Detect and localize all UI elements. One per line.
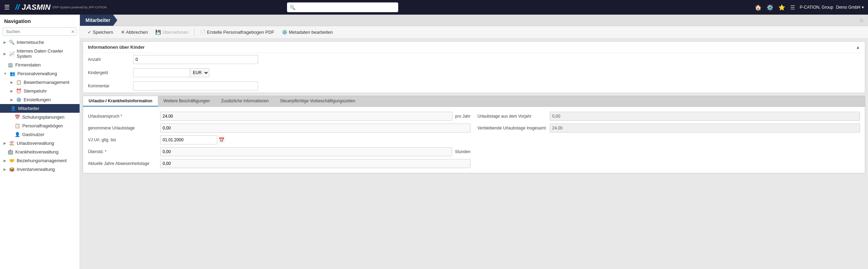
- sidebar-label: Firmendaten: [15, 62, 41, 68]
- sidebar-item-urlaubsverwaltung[interactable]: ▶ 🏖️ Urlaubsverwaltung: [0, 139, 80, 148]
- save-button[interactable]: ✓ Speichern: [84, 28, 117, 36]
- sidebar-item-crawler[interactable]: ▶ 📈 Internes Daten Crawler System: [0, 47, 80, 61]
- page-title: Mitarbeiter: [80, 15, 117, 26]
- sidebar-item-firmendaten[interactable]: 🏢 Firmendaten: [0, 61, 80, 69]
- internetsuche-icon: 🔍: [9, 40, 15, 45]
- user-menu[interactable]: P-CATION, Group Demo GmbH ▾: [800, 5, 864, 10]
- sidebar-item-schulungsplanungen[interactable]: 📅 Schulungsplanungen: [0, 113, 80, 121]
- bookmark-icon[interactable]: ☆: [859, 17, 868, 24]
- kindergeld-field: EUR USD GBP: [133, 68, 209, 77]
- tab-urlaub-grid: Urlaubsanspruch * pro Jahr genommene Url…: [88, 110, 860, 169]
- sidebar-item-personalverwaltung[interactable]: ▼ 👥 Personalverwaltung: [0, 69, 80, 78]
- cancel-button[interactable]: ✕ Abbrechen: [117, 28, 152, 36]
- tab-zusaetzlich[interactable]: Zusätzliche Informationen: [215, 96, 274, 106]
- kommentar-input[interactable]: [133, 81, 258, 90]
- sidebar-label: Schulungsplanungen: [22, 114, 64, 120]
- navbar: ☰ // JASMIN ERP-System powered by JFP-CA…: [0, 0, 868, 15]
- tab-right-col: Urlaubstage aus dem Vorjahr Verbleibende…: [477, 110, 860, 169]
- anzahl-input[interactable]: [133, 55, 258, 64]
- sidebar-label: Stempeluhr: [24, 88, 47, 94]
- required-marker2: *: [105, 149, 107, 154]
- inventar-icon: 📦: [9, 167, 15, 172]
- kommentar-label: Kommentar: [88, 84, 130, 88]
- sidebar-item-gastnutzer[interactable]: 👤 Gastnutzer: [0, 130, 80, 139]
- einstellungen-icon: ⚙️: [16, 97, 22, 102]
- urlaubstage-vorjahr-label: Urlaubstage aus dem Vorjahr: [477, 114, 547, 119]
- tab-beschaeftigung[interactable]: Weitere Beschäftigungen: [158, 96, 215, 106]
- abwesenheit-row: Aktuelle Jahre Abwesenheitstage: [88, 158, 470, 169]
- star-icon[interactable]: ⭐: [778, 4, 785, 11]
- urlaub-icon: 🏖️: [9, 141, 15, 146]
- kindergeld-input[interactable]: [133, 68, 190, 77]
- search-icon: 🔍: [290, 5, 295, 10]
- tab-steuerpflichtig[interactable]: Steuerpflichtige Vorbeschäftigungszeiten: [275, 96, 361, 106]
- collapse-icon[interactable]: ▲: [856, 45, 860, 50]
- sidebar-search-input[interactable]: [5, 28, 71, 35]
- sidebar: Navigation ✕ ▶ 🔍 Internetsuche ▶ 📈 Inter…: [0, 15, 80, 269]
- personal-icon: 👥: [10, 71, 15, 76]
- urlaubsanspruch-input[interactable]: [160, 112, 452, 121]
- logo-name: JASMIN: [22, 3, 50, 12]
- section-kinder-title: Informationen über Kinder: [88, 45, 145, 50]
- sidebar-label: Bewerbermanagement: [24, 80, 69, 85]
- sidebar-item-stempeluhr[interactable]: ▶ ⏰ Stempeluhr: [0, 87, 80, 95]
- navbar-right: 🏠 ⚙️ ⭐ ☰ P-CATION, Group Demo GmbH ▾: [755, 4, 864, 11]
- form-content: Informationen über Kinder ▲ Anzahl Kinde…: [80, 39, 868, 269]
- x-icon: ✕: [121, 30, 125, 35]
- calendar-icon[interactable]: 📅: [219, 137, 224, 143]
- sidebar-label: Mitarbeiter: [18, 106, 39, 111]
- metadata-button[interactable]: ⚙️ Metadaten bearbeiten: [278, 28, 336, 36]
- sidebar-item-bewerbermanagement[interactable]: ▶ 📋 Bewerbermanagement: [0, 78, 80, 87]
- section-kinder-header: Informationen über Kinder ▲: [83, 42, 865, 53]
- toolbar: ✓ Speichern ✕ Abbrechen 💾 Übernehmen 📄 E…: [80, 26, 868, 39]
- ueberstd-label: Überstd. *: [88, 149, 157, 154]
- vj-url-input[interactable]: [160, 135, 217, 144]
- sidebar-item-personalfrageboegen[interactable]: 📋 Personalfragebögen: [0, 121, 80, 130]
- tab-urlaub[interactable]: Urlaubs-/ Krankheitsinformation: [83, 96, 158, 106]
- beziehung-icon: 🤝: [9, 158, 15, 163]
- currency-select[interactable]: EUR USD GBP: [190, 68, 209, 77]
- arrow-icon: ▶: [10, 89, 13, 93]
- arrow-icon: ▶: [3, 40, 6, 44]
- content-area: Mitarbeiter ☆ ✓ Speichern ✕ Abbrechen 💾 …: [80, 15, 868, 269]
- vj-url-date-field: 📅: [160, 135, 224, 144]
- arrow-icon: ▶: [3, 52, 6, 56]
- settings-icon[interactable]: ⚙️: [767, 4, 773, 11]
- abwesenheit-label: Aktuelle Jahre Abwesenheitstage: [88, 161, 157, 166]
- ueberstd-input[interactable]: [160, 147, 452, 156]
- sidebar-label: Internes Daten Crawler System: [17, 48, 75, 59]
- logo: // JASMIN ERP-System powered by JFP-CATI…: [15, 3, 107, 12]
- arrow-icon: ▶: [3, 167, 6, 171]
- required-marker: *: [121, 114, 122, 119]
- hamburger-icon[interactable]: ☰: [4, 3, 10, 11]
- stempel-icon: ⏰: [16, 88, 22, 94]
- sidebar-item-einstellungen[interactable]: ▶ ⚙️ Einstellungen: [0, 95, 80, 104]
- sidebar-item-internetsuche[interactable]: ▶ 🔍 Internetsuche: [0, 38, 80, 47]
- anzahl-label: Anzahl: [88, 57, 130, 62]
- gear-icon: ⚙️: [282, 30, 287, 35]
- global-search-input[interactable]: [287, 2, 398, 12]
- sidebar-item-krankheitsverwaltung[interactable]: 🏥 Krankheitsverwaltung: [0, 148, 80, 156]
- pdf-button[interactable]: 📄 Erstelle Personalfragebogen PDF: [197, 28, 278, 36]
- sidebar-search-clear[interactable]: ✕: [71, 29, 75, 34]
- arrow-icon: ▶: [10, 80, 13, 84]
- abwesenheit-input[interactable]: [160, 159, 470, 168]
- sidebar-item-mitarbeiter[interactable]: 👤 Mitarbeiter: [0, 104, 80, 113]
- verbleibende-row: Verbleibende Urlaubstage Insgesamt: [477, 122, 860, 134]
- sidebar-label: Krankheitsverwaltung: [15, 149, 58, 155]
- arrow-icon: ▶: [3, 159, 6, 163]
- home-icon[interactable]: 🏠: [755, 4, 762, 11]
- urlaubstage-vorjahr-input[interactable]: [550, 112, 860, 121]
- sidebar-item-inventarverwaltung[interactable]: ▶ 📦 Inventarverwaltung: [0, 165, 80, 174]
- verbleibende-input[interactable]: [550, 124, 860, 133]
- genommene-input[interactable]: [160, 124, 470, 133]
- genommene-label: genommene Urlaubstage: [88, 126, 157, 130]
- sidebar-item-beziehungsmanagement[interactable]: ▶ 🤝 Beziehungsmanagement: [0, 156, 80, 165]
- user-company: P-CATION, Group: [800, 5, 833, 10]
- arrow-icon: ▼: [3, 72, 7, 76]
- kindergeld-row: Kindergeld EUR USD GBP: [83, 66, 865, 79]
- check-icon: ✓: [88, 30, 91, 35]
- sidebar-label: Personalfragebögen: [22, 123, 63, 128]
- menu-icon[interactable]: ☰: [790, 4, 795, 11]
- save-icon: 💾: [155, 30, 161, 35]
